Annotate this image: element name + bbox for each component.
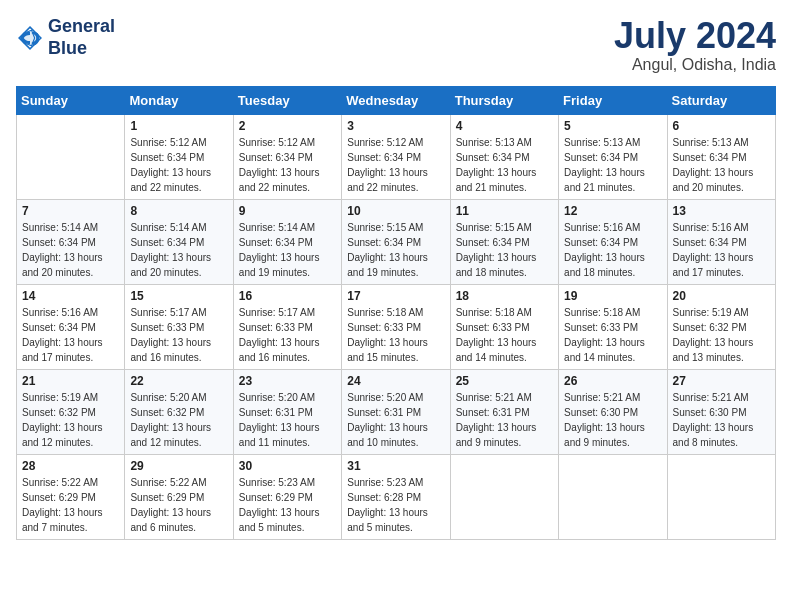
calendar-cell: 28Sunrise: 5:22 AMSunset: 6:29 PMDayligh… [17, 454, 125, 539]
day-info: Sunrise: 5:15 AMSunset: 6:34 PMDaylight:… [347, 220, 444, 280]
title-block: July 2024 Angul, Odisha, India [614, 16, 776, 74]
day-info: Sunrise: 5:23 AMSunset: 6:29 PMDaylight:… [239, 475, 336, 535]
day-number: 17 [347, 289, 444, 303]
day-number: 2 [239, 119, 336, 133]
calendar-cell: 7Sunrise: 5:14 AMSunset: 6:34 PMDaylight… [17, 199, 125, 284]
header-day-sunday: Sunday [17, 86, 125, 114]
day-info: Sunrise: 5:17 AMSunset: 6:33 PMDaylight:… [239, 305, 336, 365]
day-info: Sunrise: 5:20 AMSunset: 6:31 PMDaylight:… [239, 390, 336, 450]
day-info: Sunrise: 5:18 AMSunset: 6:33 PMDaylight:… [564, 305, 661, 365]
day-info: Sunrise: 5:20 AMSunset: 6:32 PMDaylight:… [130, 390, 227, 450]
week-row-5: 28Sunrise: 5:22 AMSunset: 6:29 PMDayligh… [17, 454, 776, 539]
header-day-wednesday: Wednesday [342, 86, 450, 114]
calendar-table: SundayMondayTuesdayWednesdayThursdayFrid… [16, 86, 776, 540]
day-number: 22 [130, 374, 227, 388]
day-info: Sunrise: 5:19 AMSunset: 6:32 PMDaylight:… [22, 390, 119, 450]
day-info: Sunrise: 5:22 AMSunset: 6:29 PMDaylight:… [22, 475, 119, 535]
day-number: 6 [673, 119, 770, 133]
day-info: Sunrise: 5:12 AMSunset: 6:34 PMDaylight:… [347, 135, 444, 195]
day-info: Sunrise: 5:15 AMSunset: 6:34 PMDaylight:… [456, 220, 553, 280]
header: General Blue July 2024 Angul, Odisha, In… [16, 16, 776, 74]
calendar-cell [450, 454, 558, 539]
calendar-cell [559, 454, 667, 539]
day-number: 4 [456, 119, 553, 133]
day-info: Sunrise: 5:13 AMSunset: 6:34 PMDaylight:… [673, 135, 770, 195]
day-number: 20 [673, 289, 770, 303]
calendar-cell: 29Sunrise: 5:22 AMSunset: 6:29 PMDayligh… [125, 454, 233, 539]
header-day-friday: Friday [559, 86, 667, 114]
day-number: 15 [130, 289, 227, 303]
day-info: Sunrise: 5:14 AMSunset: 6:34 PMDaylight:… [22, 220, 119, 280]
day-number: 16 [239, 289, 336, 303]
week-row-2: 7Sunrise: 5:14 AMSunset: 6:34 PMDaylight… [17, 199, 776, 284]
day-number: 29 [130, 459, 227, 473]
calendar-cell: 30Sunrise: 5:23 AMSunset: 6:29 PMDayligh… [233, 454, 341, 539]
calendar-cell: 18Sunrise: 5:18 AMSunset: 6:33 PMDayligh… [450, 284, 558, 369]
day-number: 9 [239, 204, 336, 218]
subtitle: Angul, Odisha, India [614, 56, 776, 74]
calendar-cell: 1Sunrise: 5:12 AMSunset: 6:34 PMDaylight… [125, 114, 233, 199]
day-number: 27 [673, 374, 770, 388]
day-info: Sunrise: 5:12 AMSunset: 6:34 PMDaylight:… [130, 135, 227, 195]
day-number: 21 [22, 374, 119, 388]
header-day-monday: Monday [125, 86, 233, 114]
header-row: SundayMondayTuesdayWednesdayThursdayFrid… [17, 86, 776, 114]
day-info: Sunrise: 5:18 AMSunset: 6:33 PMDaylight:… [456, 305, 553, 365]
calendar-cell: 17Sunrise: 5:18 AMSunset: 6:33 PMDayligh… [342, 284, 450, 369]
day-number: 7 [22, 204, 119, 218]
calendar-cell: 11Sunrise: 5:15 AMSunset: 6:34 PMDayligh… [450, 199, 558, 284]
day-info: Sunrise: 5:13 AMSunset: 6:34 PMDaylight:… [564, 135, 661, 195]
calendar-cell: 12Sunrise: 5:16 AMSunset: 6:34 PMDayligh… [559, 199, 667, 284]
day-number: 30 [239, 459, 336, 473]
day-number: 5 [564, 119, 661, 133]
calendar-cell: 10Sunrise: 5:15 AMSunset: 6:34 PMDayligh… [342, 199, 450, 284]
day-number: 25 [456, 374, 553, 388]
week-row-3: 14Sunrise: 5:16 AMSunset: 6:34 PMDayligh… [17, 284, 776, 369]
day-info: Sunrise: 5:19 AMSunset: 6:32 PMDaylight:… [673, 305, 770, 365]
day-info: Sunrise: 5:16 AMSunset: 6:34 PMDaylight:… [564, 220, 661, 280]
logo-icon [16, 24, 44, 52]
calendar-cell: 14Sunrise: 5:16 AMSunset: 6:34 PMDayligh… [17, 284, 125, 369]
logo-text: General Blue [48, 16, 115, 59]
day-number: 28 [22, 459, 119, 473]
calendar-cell: 23Sunrise: 5:20 AMSunset: 6:31 PMDayligh… [233, 369, 341, 454]
day-info: Sunrise: 5:18 AMSunset: 6:33 PMDaylight:… [347, 305, 444, 365]
calendar-cell: 5Sunrise: 5:13 AMSunset: 6:34 PMDaylight… [559, 114, 667, 199]
calendar-cell: 24Sunrise: 5:20 AMSunset: 6:31 PMDayligh… [342, 369, 450, 454]
calendar-cell: 6Sunrise: 5:13 AMSunset: 6:34 PMDaylight… [667, 114, 775, 199]
week-row-1: 1Sunrise: 5:12 AMSunset: 6:34 PMDaylight… [17, 114, 776, 199]
calendar-cell: 26Sunrise: 5:21 AMSunset: 6:30 PMDayligh… [559, 369, 667, 454]
day-number: 8 [130, 204, 227, 218]
day-info: Sunrise: 5:17 AMSunset: 6:33 PMDaylight:… [130, 305, 227, 365]
day-number: 12 [564, 204, 661, 218]
day-number: 31 [347, 459, 444, 473]
day-number: 11 [456, 204, 553, 218]
calendar-cell: 31Sunrise: 5:23 AMSunset: 6:28 PMDayligh… [342, 454, 450, 539]
calendar-cell: 25Sunrise: 5:21 AMSunset: 6:31 PMDayligh… [450, 369, 558, 454]
day-number: 24 [347, 374, 444, 388]
day-number: 13 [673, 204, 770, 218]
day-info: Sunrise: 5:20 AMSunset: 6:31 PMDaylight:… [347, 390, 444, 450]
calendar-cell: 4Sunrise: 5:13 AMSunset: 6:34 PMDaylight… [450, 114, 558, 199]
calendar-cell: 16Sunrise: 5:17 AMSunset: 6:33 PMDayligh… [233, 284, 341, 369]
calendar-cell: 19Sunrise: 5:18 AMSunset: 6:33 PMDayligh… [559, 284, 667, 369]
main-title: July 2024 [614, 16, 776, 56]
calendar-cell: 8Sunrise: 5:14 AMSunset: 6:34 PMDaylight… [125, 199, 233, 284]
logo: General Blue [16, 16, 115, 59]
calendar-cell: 15Sunrise: 5:17 AMSunset: 6:33 PMDayligh… [125, 284, 233, 369]
calendar-cell [17, 114, 125, 199]
calendar-cell: 3Sunrise: 5:12 AMSunset: 6:34 PMDaylight… [342, 114, 450, 199]
calendar-cell: 9Sunrise: 5:14 AMSunset: 6:34 PMDaylight… [233, 199, 341, 284]
day-info: Sunrise: 5:21 AMSunset: 6:31 PMDaylight:… [456, 390, 553, 450]
day-number: 14 [22, 289, 119, 303]
day-info: Sunrise: 5:16 AMSunset: 6:34 PMDaylight:… [22, 305, 119, 365]
calendar-cell [667, 454, 775, 539]
day-number: 3 [347, 119, 444, 133]
day-info: Sunrise: 5:21 AMSunset: 6:30 PMDaylight:… [673, 390, 770, 450]
calendar-cell: 13Sunrise: 5:16 AMSunset: 6:34 PMDayligh… [667, 199, 775, 284]
calendar-cell: 20Sunrise: 5:19 AMSunset: 6:32 PMDayligh… [667, 284, 775, 369]
day-number: 10 [347, 204, 444, 218]
day-info: Sunrise: 5:23 AMSunset: 6:28 PMDaylight:… [347, 475, 444, 535]
calendar-cell: 22Sunrise: 5:20 AMSunset: 6:32 PMDayligh… [125, 369, 233, 454]
day-number: 1 [130, 119, 227, 133]
